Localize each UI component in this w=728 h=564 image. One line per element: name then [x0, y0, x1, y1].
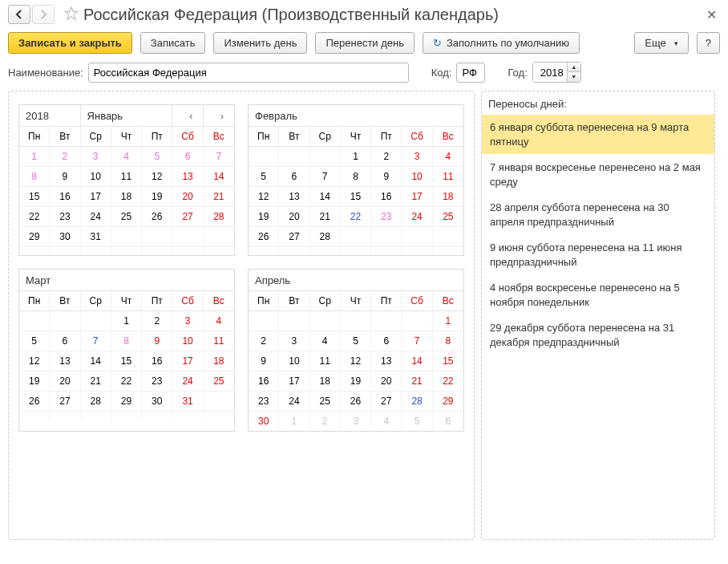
calendar-day[interactable]: 29	[433, 392, 463, 411]
calendar-day[interactable]: 18	[204, 351, 234, 371]
calendar-day[interactable]: 16	[142, 351, 172, 371]
calendar-day[interactable]: 13	[279, 187, 309, 206]
calendar-day[interactable]: 9	[371, 167, 402, 186]
calendar-day[interactable]: 8	[341, 167, 371, 186]
calendar-day[interactable]: 9	[142, 331, 172, 351]
calendar-day[interactable]: 2	[142, 311, 172, 331]
calendar-day[interactable]: 11	[204, 331, 234, 351]
calendar-day[interactable]: 30	[50, 227, 80, 246]
calendar-day[interactable]: 7	[81, 331, 111, 351]
calendar-day[interactable]: 5	[341, 331, 371, 351]
calendar-day[interactable]: 10	[279, 351, 309, 371]
calendar-day[interactable]: 28	[204, 207, 234, 226]
transfer-item[interactable]: 6 января суббота перенесена на 9 марта п…	[482, 115, 714, 155]
calendar-day[interactable]: 17	[279, 371, 309, 391]
year-input[interactable]	[533, 63, 567, 82]
calendar-day[interactable]: 13	[50, 351, 80, 371]
change-day-button[interactable]: Изменить день	[213, 32, 307, 54]
calendar-day[interactable]: 6	[50, 331, 80, 351]
calendar-day[interactable]: 2	[310, 412, 341, 431]
calendar-day[interactable]: 19	[249, 207, 279, 226]
calendar-day[interactable]: 8	[433, 331, 463, 351]
calendar-day[interactable]: 15	[341, 187, 371, 206]
calendar-day[interactable]: 30	[249, 412, 279, 431]
calendar-day[interactable]: 7	[402, 331, 432, 351]
calendar-day[interactable]: 21	[204, 187, 234, 206]
calendar-day[interactable]: 2	[371, 147, 402, 166]
calendar-day[interactable]: 1	[279, 412, 309, 431]
calendar-day[interactable]: 15	[19, 187, 50, 206]
calendar-day[interactable]: 10	[402, 167, 432, 186]
calendar-day[interactable]: 3	[81, 147, 111, 166]
calendar-day[interactable]: 24	[172, 371, 203, 391]
calendar-day[interactable]: 25	[433, 207, 463, 226]
calendar-day[interactable]: 16	[249, 371, 279, 391]
month-next-button[interactable]: ›	[204, 105, 234, 126]
calendar-day[interactable]: 24	[279, 392, 309, 411]
calendar-day[interactable]: 23	[371, 207, 402, 226]
calendar-day[interactable]: 18	[111, 187, 142, 206]
code-input[interactable]	[456, 63, 485, 83]
calendar-day[interactable]: 24	[402, 207, 432, 226]
calendar-day[interactable]: 5	[19, 331, 50, 351]
calendar-day[interactable]: 27	[371, 392, 402, 411]
calendar-day[interactable]: 1	[341, 147, 371, 166]
calendar-day[interactable]: 5	[249, 167, 279, 186]
calendar-day[interactable]: 10	[81, 167, 111, 186]
calendar-day[interactable]: 11	[310, 351, 341, 371]
transfer-item[interactable]: 4 ноября воскресенье перенесено на 5 ноя…	[482, 275, 714, 315]
calendar-day[interactable]: 14	[310, 187, 341, 206]
name-input[interactable]	[88, 63, 409, 83]
calendar-day[interactable]: 13	[371, 351, 402, 371]
calendar-day[interactable]: 25	[204, 371, 234, 391]
calendar-day[interactable]: 6	[433, 412, 463, 431]
calendar-day[interactable]: 29	[111, 392, 142, 411]
transfer-item[interactable]: 9 июня суббота перенесена на 11 июня пре…	[482, 235, 714, 275]
transfer-item[interactable]: 7 января воскресенье перенесено на 2 мая…	[482, 155, 714, 195]
calendar-day[interactable]: 31	[172, 392, 203, 411]
calendar-day[interactable]: 18	[310, 371, 341, 391]
calendar-day[interactable]: 15	[111, 351, 142, 371]
calendar-day[interactable]: 27	[50, 392, 80, 411]
calendar-day[interactable]: 4	[111, 147, 142, 166]
calendar-day[interactable]: 26	[341, 392, 371, 411]
calendar-day[interactable]: 27	[172, 207, 203, 226]
calendar-day[interactable]: 18	[433, 187, 463, 206]
calendar-day[interactable]: 23	[50, 207, 80, 226]
calendar-day[interactable]: 3	[402, 147, 432, 166]
calendar-day[interactable]: 21	[402, 371, 432, 391]
calendar-day[interactable]: 26	[142, 207, 172, 226]
calendar-day[interactable]: 4	[371, 412, 402, 431]
calendar-day[interactable]: 9	[249, 351, 279, 371]
nav-back-button[interactable]	[8, 5, 30, 24]
calendar-day[interactable]: 2	[50, 147, 80, 166]
nav-forward-button[interactable]	[32, 5, 55, 24]
calendar-day[interactable]: 2	[249, 331, 279, 351]
calendar-day[interactable]: 8	[19, 167, 50, 186]
transfer-item[interactable]: 28 апреля суббота перенесена на 30 апрел…	[482, 195, 714, 235]
calendar-day[interactable]: 7	[310, 167, 341, 186]
calendar-day[interactable]: 24	[81, 207, 111, 226]
calendar-day[interactable]: 11	[433, 167, 463, 186]
calendar-day[interactable]: 3	[279, 331, 309, 351]
calendar-day[interactable]: 4	[433, 147, 463, 166]
calendar-day[interactable]: 21	[81, 371, 111, 391]
help-button[interactable]: ?	[697, 32, 720, 54]
calendar-day[interactable]: 21	[310, 207, 341, 226]
calendar-day[interactable]: 29	[19, 227, 50, 246]
calendar-day[interactable]: 22	[341, 207, 371, 226]
calendar-day[interactable]: 19	[19, 371, 50, 391]
month-prev-button[interactable]: ‹	[172, 105, 203, 126]
close-button[interactable]: ✕	[703, 7, 720, 22]
calendar-day[interactable]: 26	[249, 227, 279, 246]
fill-default-button[interactable]: ↻ Заполнить по умолчанию	[423, 32, 580, 54]
calendar-day[interactable]: 1	[111, 311, 142, 331]
calendar-day[interactable]: 3	[172, 311, 203, 331]
calendar-day[interactable]: 12	[142, 167, 172, 186]
calendar-day[interactable]: 11	[111, 167, 142, 186]
calendar-day[interactable]: 9	[50, 167, 80, 186]
calendar-day[interactable]: 28	[402, 392, 432, 411]
calendar-day[interactable]: 14	[402, 351, 432, 371]
save-button[interactable]: Записать	[140, 32, 206, 54]
calendar-day[interactable]: 14	[204, 167, 234, 186]
